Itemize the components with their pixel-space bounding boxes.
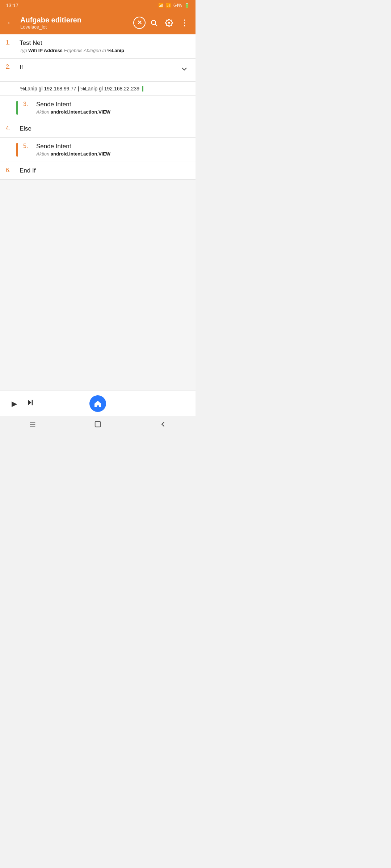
task-title-6: End If <box>20 167 190 174</box>
indent-bar-green <box>16 101 18 115</box>
task-meta-1: Typ Wifi IP Address Ergebnis Ablegen In … <box>20 48 190 53</box>
app-bar-title: Aufgabe editieren <box>20 16 130 24</box>
task-meta-3: Aktion android.intent.action.VIEW <box>36 109 110 115</box>
wifi-icon: 📶 <box>158 3 164 8</box>
skip-button[interactable] <box>24 396 37 411</box>
task-item-2[interactable]: 2. If <box>0 59 196 82</box>
battery-label: 64% <box>173 3 182 8</box>
svg-line-1 <box>155 24 157 26</box>
close-button[interactable]: ✕ <box>133 17 146 29</box>
svg-rect-3 <box>32 400 33 405</box>
chevron-down-icon[interactable] <box>179 64 190 76</box>
search-button[interactable] <box>147 16 161 30</box>
battery-icon: 🔋 <box>184 3 190 8</box>
task-number-5: 5. <box>23 143 33 149</box>
svg-rect-7 <box>95 421 101 427</box>
status-icons: 📶 📶 64% 🔋 <box>158 3 190 8</box>
task-list: 1. Test Net Typ Wifi IP Address Ergebnis… <box>0 34 196 398</box>
settings-button[interactable] <box>162 16 176 30</box>
task-body-4: Else <box>20 125 190 132</box>
more-button[interactable]: ⋮ <box>177 16 191 30</box>
status-bar: 13:17 📶 📶 64% 🔋 <box>0 0 196 11</box>
task-title-2: If <box>20 64 175 71</box>
task-body-5: 5. Sende Intent Aktion android.intent.ac… <box>23 143 190 157</box>
signal-icon: 📶 <box>166 3 171 8</box>
task-body-2: If <box>20 64 175 71</box>
task-meta-5: Aktion android.intent.action.VIEW <box>36 151 110 157</box>
task-item-4[interactable]: 4. Else <box>0 120 196 138</box>
task-number-2: 2. <box>6 64 16 70</box>
bottom-bar: ▶ <box>0 391 196 416</box>
nav-menu-button[interactable] <box>21 417 44 434</box>
task-title-5: Sende Intent <box>36 143 110 150</box>
nav-home-button[interactable] <box>87 417 109 434</box>
task-number-1: 1. <box>6 39 16 46</box>
task-item-1[interactable]: 1. Test Net Typ Wifi IP Address Ergebnis… <box>0 34 196 59</box>
play-button[interactable]: ▶ <box>9 396 20 411</box>
nav-bar <box>0 416 196 434</box>
task-title-3: Sende Intent <box>36 101 110 108</box>
task-inner-3: Sende Intent Aktion android.intent.actio… <box>36 101 110 115</box>
task-body-6: End If <box>20 167 190 174</box>
task-title-4: Else <box>20 125 190 132</box>
task-title-1: Test Net <box>20 39 190 47</box>
app-bar: ← Aufgabe editieren Lovelace_iot ✕ ⋮ <box>0 11 196 34</box>
task-item-5[interactable]: 5. Sende Intent Aktion android.intent.ac… <box>0 138 196 162</box>
status-time: 13:17 <box>6 3 18 8</box>
home-button[interactable] <box>89 395 106 412</box>
task-number-3: 3. <box>23 101 33 107</box>
back-button[interactable]: ← <box>4 16 17 30</box>
task-body-3: 3. Sende Intent Aktion android.intent.ac… <box>23 101 190 115</box>
empty-space <box>0 180 196 324</box>
svg-marker-2 <box>28 400 31 405</box>
app-bar-icons: ✕ ⋮ <box>133 16 191 30</box>
if-condition-block: %Lanip gl 192.168.99.77 | %Lanip gl 192.… <box>0 82 196 96</box>
task-item-3[interactable]: 3. Sende Intent Aktion android.intent.ac… <box>0 96 196 120</box>
task-body-1: Test Net Typ Wifi IP Address Ergebnis Ab… <box>20 39 190 53</box>
indent-bar-orange <box>16 143 18 157</box>
task-number-4: 4. <box>6 125 16 132</box>
task-inner-5: Sende Intent Aktion android.intent.actio… <box>36 143 110 157</box>
nav-back-button[interactable] <box>152 417 174 434</box>
app-bar-subtitle: Lovelace_iot <box>20 24 130 30</box>
task-number-6: 6. <box>6 167 16 174</box>
task-item-6[interactable]: 6. End If <box>0 162 196 180</box>
app-bar-title-block: Aufgabe editieren Lovelace_iot <box>20 16 130 30</box>
if-condition-text: %Lanip gl 192.168.99.77 | %Lanip gl 192.… <box>20 86 143 92</box>
